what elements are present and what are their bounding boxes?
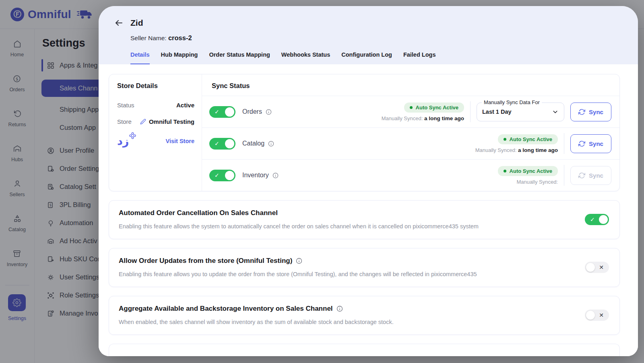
tab-hub-mapping[interactable]: Hub Mapping xyxy=(161,51,198,64)
info-icon[interactable] xyxy=(268,141,274,147)
store-label: Store xyxy=(117,118,132,125)
orders-sync-meta: Auto Sync Active Manually Synced: a long… xyxy=(382,103,464,121)
sync-row-orders: ✓ Orders Auto Sync Active Manually Synce… xyxy=(202,96,619,128)
store-sync-panel: Store Details Status Active Store Omnifu… xyxy=(109,74,620,191)
sync-row-catalog: ✓ Catalog Auto Sync Active Manually Sync… xyxy=(202,128,619,160)
catalog-auto-sync-badge: Auto Sync Active xyxy=(498,134,558,144)
store-details-section: Store Details Status Active Store Omnifu… xyxy=(109,74,202,191)
zid-clover-icon xyxy=(129,132,136,139)
dropdown-value: Last 1 Day xyxy=(482,109,512,115)
orders-label: Orders xyxy=(242,108,272,115)
refresh-icon xyxy=(578,140,585,147)
feature-card-auto-cancellation: Automated Order Cancellation On Sales Ch… xyxy=(109,200,620,239)
manual-sync-range-dropdown[interactable]: Manually Sync Data For Last 1 Day xyxy=(477,103,564,121)
green-dot-icon xyxy=(504,138,506,141)
orders-sync-toggle[interactable]: ✓ xyxy=(209,106,235,118)
app-root: Ⓕ Omniful Home $ Orders Returns xyxy=(0,0,644,363)
feature-title: Aggregate Available and Backstorage Inve… xyxy=(119,305,394,313)
back-arrow-icon[interactable] xyxy=(114,18,124,28)
tab-order-status-mapping[interactable]: Order Status Mapping xyxy=(209,51,270,64)
inventory-sync-meta: Auto Sync Active Manually Synced: xyxy=(498,166,558,185)
vertical-divider xyxy=(564,165,564,186)
feature-card-order-updates: Allow Order Updates from the store (Omni… xyxy=(109,248,620,287)
inventory-auto-sync-badge: Auto Sync Active xyxy=(498,166,558,176)
chevron-down-icon xyxy=(552,109,559,115)
info-icon[interactable] xyxy=(266,109,272,115)
modal-header: Zid Seller Name: cross-2 Details Hub Map… xyxy=(99,6,638,64)
seller-name-value: cross-2 xyxy=(168,34,192,41)
sync-row-inventory: ✓ Inventory Auto Sync Active Manually Sy… xyxy=(202,160,619,191)
tab-details[interactable]: Details xyxy=(130,51,150,64)
inventory-manually-synced: Manually Synced: xyxy=(516,179,558,185)
store-row: Store Omniful Testing xyxy=(117,118,194,125)
store-brand-row: زد Visit Store xyxy=(117,135,194,147)
vertical-divider xyxy=(470,101,471,122)
zid-logo: زد xyxy=(117,135,136,147)
green-dot-icon xyxy=(410,106,413,109)
feature-title: Allow Order Updates from the store (Omni… xyxy=(119,257,477,265)
visit-store-link[interactable]: Visit Store xyxy=(166,138,194,144)
feature-title: Automated Order Cancellation On Sales Ch… xyxy=(119,209,479,217)
refresh-icon xyxy=(578,172,585,179)
modal-tabs: Details Hub Mapping Order Status Mapping… xyxy=(130,51,622,64)
feature-card-aggregate-inventory: Aggregate Available and Backstorage Inve… xyxy=(109,296,620,335)
feature-description: Enabling this feature allows the system … xyxy=(119,223,479,230)
catalog-sync-meta: Auto Sync Active Manually Synced: a long… xyxy=(475,134,558,153)
sync-status-title: Sync Status xyxy=(212,82,250,89)
vertical-divider xyxy=(564,133,564,154)
modal-body: Store Details Status Active Store Omnifu… xyxy=(99,64,638,356)
inventory-sync-button[interactable]: Sync xyxy=(570,166,611,185)
status-value: Active xyxy=(176,102,194,109)
catalog-sync-toggle[interactable]: ✓ xyxy=(209,138,235,150)
seller-name: Seller Name: cross-2 xyxy=(130,34,622,42)
tab-webhooks-status[interactable]: Webhooks Status xyxy=(281,51,330,64)
status-label: Status xyxy=(117,102,134,109)
info-icon[interactable] xyxy=(272,172,279,178)
order-updates-toggle[interactable]: ✕ xyxy=(585,262,609,273)
catalog-label: Catalog xyxy=(242,140,274,147)
inventory-label: Inventory xyxy=(242,172,279,179)
tab-failed-logs[interactable]: Failed Logs xyxy=(403,51,436,64)
inventory-sync-toggle[interactable]: ✓ xyxy=(209,170,235,181)
status-row: Status Active xyxy=(117,102,194,109)
auto-cancellation-toggle[interactable]: ✓ xyxy=(585,214,609,225)
catalog-manually-synced: Manually Synced: a long time ago xyxy=(475,147,558,153)
orders-manually-synced: Manually Synced: a long time ago xyxy=(382,115,464,121)
info-icon[interactable] xyxy=(336,306,343,312)
store-details-title: Store Details xyxy=(117,82,194,90)
catalog-sync-button[interactable]: Sync xyxy=(570,134,611,153)
refresh-icon xyxy=(578,109,585,115)
orders-auto-sync-badge: Auto Sync Active xyxy=(404,103,464,113)
sales-channel-modal: Zid Seller Name: cross-2 Details Hub Map… xyxy=(99,6,638,356)
modal-title: Zid xyxy=(130,18,143,28)
green-dot-icon xyxy=(504,170,506,172)
tab-configuration-log[interactable]: Configuration Log xyxy=(341,51,392,64)
sync-status-section: Sync Status ✓ Orders Auto Sync Active M xyxy=(202,74,619,191)
aggregate-inventory-toggle[interactable]: ✕ xyxy=(585,310,609,321)
feature-description: When enabled, the sales channel will sho… xyxy=(119,319,394,325)
orders-sync-button[interactable]: Sync xyxy=(570,103,611,121)
store-value: Omniful Testing xyxy=(149,118,194,125)
dropdown-label: Manually Sync Data For xyxy=(482,99,542,105)
partial-feature-card xyxy=(109,344,620,356)
feature-description: Enabling this feature allows you to upda… xyxy=(119,271,477,277)
info-icon[interactable] xyxy=(296,258,302,264)
edit-pencil-icon[interactable] xyxy=(140,119,146,125)
